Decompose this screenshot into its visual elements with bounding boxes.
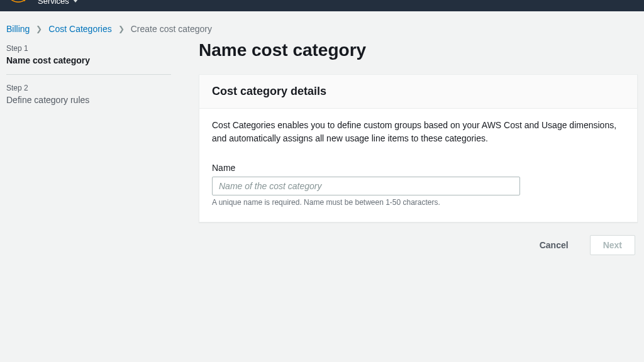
services-menu[interactable]: Services <box>38 0 78 6</box>
chevron-right-icon: ❯ <box>118 25 125 33</box>
services-label: Services <box>38 0 69 6</box>
cancel-button[interactable]: Cancel <box>528 235 580 255</box>
wizard-actions: Cancel Next <box>199 235 638 255</box>
chevron-right-icon: ❯ <box>36 25 42 33</box>
name-label: Name <box>212 163 625 173</box>
step-2[interactable]: Step 2 Define category rules <box>6 82 171 114</box>
caret-down-icon <box>73 0 78 3</box>
panel-heading: Cost category details <box>212 85 625 98</box>
name-hint: A unique name is required. Name must be … <box>212 198 625 207</box>
breadcrumb: Billing ❯ Cost Categories ❯ Create cost … <box>0 11 644 43</box>
breadcrumb-current: Create cost category <box>131 24 212 34</box>
content: Step 1 Name cost category Step 2 Define … <box>0 43 644 255</box>
global-nav: Services <box>0 0 644 11</box>
panel-body: Cost Categories enables you to define cu… <box>199 109 637 222</box>
step-2-label: Step 2 <box>6 84 171 92</box>
step-1-title: Name cost category <box>6 55 171 65</box>
step-2-title: Define category rules <box>6 95 171 105</box>
name-input[interactable] <box>212 177 520 195</box>
step-separator <box>6 74 171 75</box>
main: Name cost category Cost category details… <box>199 43 638 255</box>
step-1[interactable]: Step 1 Name cost category <box>6 43 171 74</box>
breadcrumb-cost-categories[interactable]: Cost Categories <box>48 24 111 34</box>
panel-description: Cost Categories enables you to define cu… <box>212 119 625 145</box>
aws-logo-icon <box>10 0 26 4</box>
breadcrumb-billing[interactable]: Billing <box>6 24 30 34</box>
next-button[interactable]: Next <box>590 235 635 255</box>
step-1-label: Step 1 <box>6 44 171 53</box>
details-panel: Cost category details Cost Categories en… <box>199 74 638 222</box>
page-title: Name cost category <box>199 40 638 60</box>
panel-header: Cost category details <box>199 75 637 109</box>
wizard-steps: Step 1 Name cost category Step 2 Define … <box>6 43 171 255</box>
